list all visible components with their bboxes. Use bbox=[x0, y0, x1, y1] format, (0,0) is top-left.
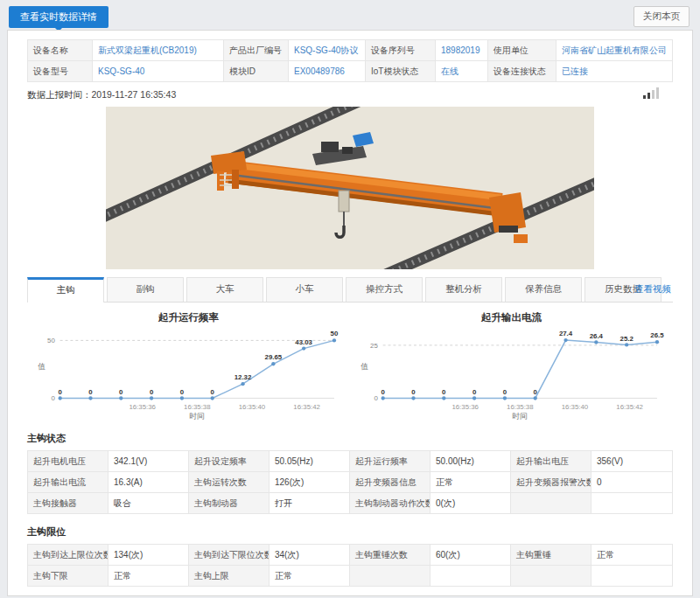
field-value: KSQ-SG-40 bbox=[93, 61, 224, 82]
top-bar: 查看实时数据详情 关闭本页 bbox=[0, 0, 700, 30]
main-hook-status-heading: 主钩状态 bbox=[27, 432, 673, 445]
svg-text:0: 0 bbox=[381, 388, 385, 396]
field-value bbox=[592, 566, 673, 587]
svg-text:0: 0 bbox=[534, 388, 538, 396]
svg-text:0: 0 bbox=[180, 388, 185, 396]
field-value: 50.00(Hz) bbox=[430, 451, 511, 472]
report-time-row: 数据上报时间：2019-11-27 16:35:43 bbox=[27, 89, 673, 105]
field-value: 134(次) bbox=[108, 545, 189, 566]
field-value: 356(V) bbox=[592, 451, 673, 472]
view-realtime-data-button[interactable]: 查看实时数据详情 bbox=[9, 6, 108, 28]
field-label: 设备名称 bbox=[28, 40, 93, 61]
main-hook-limit-table: 主钩到达上限位次数134(次)主钩到达下限位次数34(次)主钩重锤次数60(次)… bbox=[27, 544, 673, 587]
svg-text:27.4: 27.4 bbox=[559, 330, 573, 337]
svg-text:16:35:36: 16:35:36 bbox=[452, 403, 479, 411]
table-row: 起升输出电流16.3(A)主钩运转次数126(次)起升变频器信息正常起升变频器报… bbox=[28, 472, 673, 493]
signal-icon[interactable] bbox=[643, 87, 659, 101]
table-row: 主钩到达上限位次数134(次)主钩到达下限位次数34(次)主钩重锤次数60(次)… bbox=[28, 545, 673, 566]
field-value bbox=[430, 566, 511, 587]
field-value: 16.3(A) bbox=[108, 472, 189, 493]
field-label: 使用单位 bbox=[488, 40, 556, 61]
svg-text:12.32: 12.32 bbox=[234, 373, 252, 381]
tab-6[interactable]: 整机分析 bbox=[425, 277, 502, 302]
report-time-value: 2019-11-27 16:35:43 bbox=[92, 89, 177, 100]
field-label: 设备连接状态 bbox=[488, 61, 556, 82]
field-label: 设备序列号 bbox=[366, 40, 436, 61]
tab-2[interactable]: 副钩 bbox=[107, 277, 184, 302]
svg-text:时间: 时间 bbox=[512, 412, 528, 421]
chart-title: 起升输出电流 bbox=[350, 311, 673, 324]
field-value: 34(次) bbox=[270, 545, 350, 566]
svg-text:0: 0 bbox=[442, 388, 446, 396]
field-label: 主钩运转次数 bbox=[189, 472, 270, 493]
field-label: 主钩下限 bbox=[28, 566, 108, 587]
field-label: 起升设定频率 bbox=[189, 451, 270, 472]
field-label bbox=[350, 566, 430, 587]
field-value: 50.05(Hz) bbox=[270, 451, 350, 472]
field-label: 起升输出电流 bbox=[28, 472, 108, 493]
svg-text:时间: 时间 bbox=[189, 412, 205, 421]
chart-title: 起升运行频率 bbox=[27, 311, 350, 324]
svg-text:0: 0 bbox=[211, 388, 215, 396]
field-value: 18982019 bbox=[436, 40, 488, 61]
field-value: 已连接 bbox=[556, 61, 673, 82]
device-info-table: 设备名称新式双梁起重机(CB2019)产品出厂编号KSQ-SG-40协议设备序列… bbox=[27, 39, 673, 82]
main-hook-limit-heading: 主钩限位 bbox=[27, 525, 673, 539]
field-value bbox=[592, 493, 673, 514]
svg-text:0: 0 bbox=[374, 394, 378, 402]
tab-4[interactable]: 小车 bbox=[266, 277, 343, 302]
main-hook-status-table: 起升电机电压342.1(V)起升设定频率50.05(Hz)起升运行频率50.00… bbox=[27, 450, 673, 514]
svg-text:16:35:42: 16:35:42 bbox=[293, 403, 320, 411]
field-value: 60(次) bbox=[430, 545, 511, 566]
chart-2: 起升输出电流250值16:35:3616:35:3816:35:4016:35:… bbox=[350, 308, 673, 421]
field-label: 主钩到达上限位次数 bbox=[28, 545, 108, 566]
field-label: 起升电机电压 bbox=[28, 451, 108, 472]
svg-text:16:35:42: 16:35:42 bbox=[616, 403, 643, 411]
svg-text:25: 25 bbox=[370, 342, 378, 350]
svg-text:26.4: 26.4 bbox=[590, 332, 604, 340]
field-label: 主钩上限 bbox=[189, 566, 270, 587]
field-label: 主钩重锤 bbox=[511, 545, 592, 566]
svg-text:值: 值 bbox=[360, 362, 368, 371]
field-value: 河南省矿山起重机有限公司 bbox=[556, 40, 673, 61]
table-row: 设备名称新式双梁起重机(CB2019)产品出厂编号KSQ-SG-40协议设备序列… bbox=[28, 40, 673, 61]
svg-text:16:35:36: 16:35:36 bbox=[129, 403, 156, 411]
field-label: 主钩接触器 bbox=[28, 493, 108, 514]
field-value: 0 bbox=[592, 472, 673, 493]
table-row: 设备型号KSQ-SG-40模块IDEX00489786IoT模块状态在线设备连接… bbox=[28, 61, 673, 82]
svg-text:0: 0 bbox=[150, 388, 154, 396]
svg-text:16:35:38: 16:35:38 bbox=[184, 403, 211, 411]
field-value: 正常 bbox=[592, 545, 673, 566]
field-label: 起升输出电压 bbox=[511, 451, 592, 472]
field-value: 吸合 bbox=[108, 493, 189, 514]
svg-text:值: 值 bbox=[37, 362, 46, 371]
field-label: 模块ID bbox=[224, 61, 289, 82]
svg-text:25.2: 25.2 bbox=[620, 335, 634, 343]
svg-text:0: 0 bbox=[411, 388, 416, 396]
chart-plot: 500值16:35:3616:35:3816:35:4016:35:42时间00… bbox=[27, 324, 350, 421]
field-label: 起升变频器报警次数 bbox=[511, 472, 592, 493]
view-video-link[interactable]: 查看视频 bbox=[634, 283, 671, 296]
chart-plot: 250值16:35:3616:35:3816:35:4016:35:42时间00… bbox=[350, 324, 673, 421]
svg-text:50: 50 bbox=[47, 337, 55, 344]
field-value: 新式双梁起重机(CB2019) bbox=[93, 40, 224, 61]
tab-3[interactable]: 大车 bbox=[186, 277, 263, 302]
field-label bbox=[511, 566, 592, 587]
field-value: EX00489786 bbox=[289, 61, 366, 82]
svg-text:43.03: 43.03 bbox=[295, 338, 312, 346]
tab-1[interactable]: 主钩 bbox=[27, 277, 104, 302]
tab-5[interactable]: 操控方式 bbox=[346, 277, 423, 302]
field-value: 在线 bbox=[436, 61, 488, 82]
svg-text:50: 50 bbox=[331, 330, 339, 337]
tab-7[interactable]: 保养信息 bbox=[505, 277, 582, 302]
svg-text:0: 0 bbox=[88, 388, 93, 396]
close-page-button[interactable]: 关闭本页 bbox=[634, 6, 690, 27]
field-value: 正常 bbox=[270, 566, 350, 587]
svg-text:0: 0 bbox=[119, 388, 123, 396]
svg-text:29.65: 29.65 bbox=[265, 353, 283, 361]
svg-text:0: 0 bbox=[503, 388, 508, 396]
svg-text:0: 0 bbox=[51, 394, 55, 402]
field-value: 打开 bbox=[270, 493, 350, 514]
report-time-label: 数据上报时间： bbox=[27, 89, 92, 100]
field-label: 设备型号 bbox=[28, 61, 93, 82]
